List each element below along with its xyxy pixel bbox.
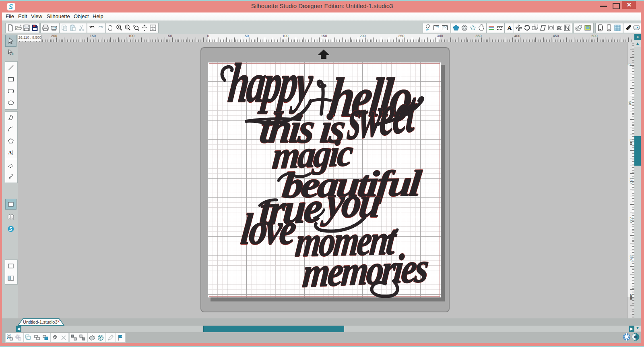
svg-text:A: A [8,150,12,156]
svg-text:A: A [508,25,512,31]
